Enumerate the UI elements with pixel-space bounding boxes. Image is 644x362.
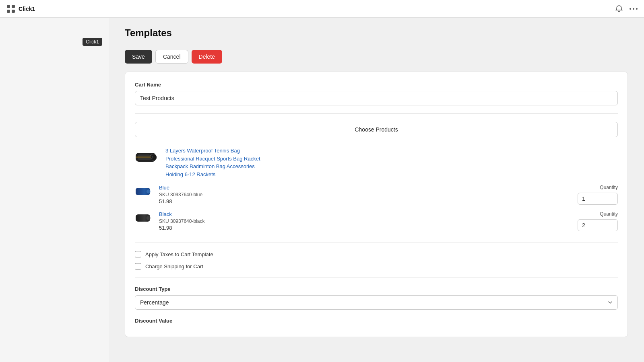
variant-right-black: Quantity	[570, 211, 618, 231]
form-card: Cart Name Choose Products	[125, 72, 628, 337]
quantity-input-blue[interactable]	[578, 193, 618, 205]
apply-taxes-label[interactable]: Apply Taxes to Cart Template	[145, 251, 213, 257]
product-name-link-3[interactable]: Backpack Badminton Bag Accessories	[165, 162, 618, 171]
svg-rect-2	[7, 10, 10, 13]
variant-right-blue: Quantity	[570, 185, 618, 205]
variant-left-black: Black SKU 30937640-black 51.98	[135, 211, 570, 231]
notification-button[interactable]	[615, 5, 623, 13]
product-main-row: 3 Layers Waterproof Tennis Bag Professio…	[135, 147, 618, 178]
divider-1	[135, 113, 618, 114]
top-bar-left: Click1	[6, 4, 35, 13]
choose-products-section: Choose Products	[135, 122, 618, 137]
cart-name-section: Cart Name	[135, 82, 618, 105]
quantity-input-black[interactable]	[578, 219, 618, 231]
variant-color-link-blue[interactable]: Blue	[159, 185, 570, 191]
top-bar-right	[615, 5, 638, 13]
page-container: Click1 Templates Save Cancel Delete Cart…	[0, 18, 644, 362]
cart-name-input[interactable]	[135, 91, 618, 105]
notification-icon	[615, 5, 623, 13]
variant-row-blue: Blue SKU 30937640-blue 51.98 Quantity	[135, 185, 618, 205]
discount-type-select[interactable]: Percentage Fixed Amount None	[135, 295, 618, 310]
svg-point-6	[636, 8, 638, 10]
top-bar: Click1	[0, 0, 644, 18]
more-icon	[630, 8, 638, 10]
product-image-main	[135, 147, 159, 167]
product-name-link-1[interactable]: 3 Layers Waterproof Tennis Bag	[165, 147, 618, 155]
variant-info-black: Black SKU 30937640-black 51.98	[159, 211, 570, 231]
blue-bag-icon	[135, 186, 153, 198]
sidebar: Click1	[0, 18, 109, 362]
discount-value-label: Discount Value	[135, 318, 618, 324]
variant-image-blue	[135, 185, 153, 199]
choose-products-button[interactable]: Choose Products	[135, 122, 618, 137]
svg-point-13	[147, 189, 151, 193]
svg-rect-0	[7, 5, 10, 8]
discount-value-section: Discount Value	[135, 318, 618, 324]
discount-type-label: Discount Type	[135, 286, 618, 292]
page-title: Templates	[125, 27, 628, 39]
product-name-link-4[interactable]: Holding 6-12 Rackets	[165, 171, 618, 179]
svg-point-4	[630, 8, 631, 10]
charge-shipping-label[interactable]: Charge Shipping for Cart	[145, 263, 203, 269]
main-content: Templates Save Cancel Delete Cart Name C…	[109, 18, 644, 362]
quantity-label-black: Quantity	[600, 211, 618, 217]
variant-color-link-black[interactable]: Black	[159, 211, 570, 217]
variant-price-black: 51.98	[159, 225, 570, 231]
svg-point-5	[633, 8, 634, 10]
variant-left-blue: Blue SKU 30937640-blue 51.98	[135, 185, 570, 204]
apply-taxes-checkbox[interactable]	[135, 251, 141, 257]
product-main-image-icon	[135, 149, 159, 165]
save-button[interactable]: Save	[125, 50, 152, 64]
black-bag-icon	[135, 212, 153, 224]
variant-sku-blue: SKU 30937640-blue	[159, 192, 570, 197]
quantity-label-blue: Quantity	[600, 185, 618, 190]
variant-info-blue: Blue SKU 30937640-blue 51.98	[159, 185, 570, 204]
charge-shipping-checkbox[interactable]	[135, 263, 141, 269]
divider-3	[135, 278, 618, 278]
action-bar: Save Cancel Delete	[125, 50, 628, 64]
divider-2	[135, 243, 618, 243]
variant-sku-black: SKU 30937640-black	[159, 218, 570, 224]
variant-price-blue: 51.98	[159, 198, 570, 204]
product-section: 3 Layers Waterproof Tennis Bag Professio…	[135, 147, 618, 231]
more-options-button[interactable]	[630, 8, 638, 10]
variant-image-black	[135, 211, 153, 226]
product-name-link-2[interactable]: Professional Racquet Sports Bag Racket	[165, 155, 618, 163]
discount-type-section: Discount Type Percentage Fixed Amount No…	[135, 286, 618, 310]
sidebar-badge: Click1	[83, 38, 102, 46]
app-logo-icon	[6, 4, 15, 13]
svg-point-15	[147, 216, 151, 220]
svg-rect-3	[12, 10, 15, 13]
apply-taxes-row: Apply Taxes to Cart Template	[135, 251, 618, 257]
app-name: Click1	[19, 6, 35, 12]
charge-shipping-row: Charge Shipping for Cart	[135, 263, 618, 269]
delete-button[interactable]: Delete	[192, 50, 222, 64]
svg-point-8	[150, 154, 157, 160]
variant-row-black: Black SKU 30937640-black 51.98 Quantity	[135, 211, 618, 231]
cart-name-label: Cart Name	[135, 82, 618, 88]
cancel-button[interactable]: Cancel	[155, 50, 188, 64]
product-info: 3 Layers Waterproof Tennis Bag Professio…	[165, 147, 618, 178]
svg-rect-1	[12, 5, 15, 8]
svg-rect-10	[136, 156, 151, 158]
